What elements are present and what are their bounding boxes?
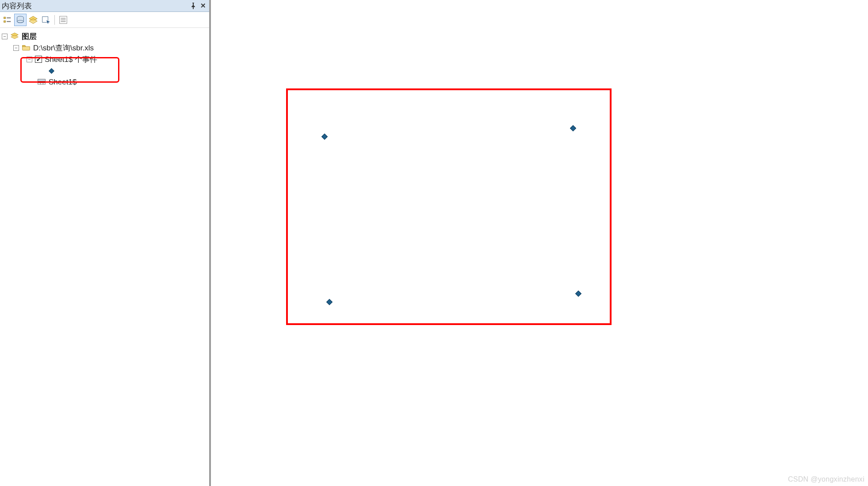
map-point[interactable] [326,299,333,305]
list-by-selection-button[interactable] [40,14,52,26]
tree-symbol-row[interactable] [2,65,207,77]
table-icon [37,78,46,87]
point-symbol-icon [49,68,54,74]
expander-icon[interactable]: − [2,34,8,39]
svg-rect-0 [4,17,6,19]
svg-rect-21 [38,79,46,81]
panel-header-controls: ✕ [190,2,206,9]
tree-table-row[interactable]: Sheet1$ [2,77,207,88]
tree-events-layer-label: Sheet1$ 个事件 [45,54,97,65]
tree-root-row[interactable]: − 图层 [2,31,207,42]
toc-panel: 内容列表 ✕ [0,0,211,486]
panel-header: 内容列表 ✕ [0,0,209,12]
tree-table-label: Sheet1$ [49,78,76,87]
toc-toolbar [0,12,209,28]
annotation-highlight-map [286,88,612,325]
tree-file-row[interactable]: − D:\sbr\查询\sbr.xls [2,42,207,54]
list-by-source-button[interactable] [14,14,27,26]
svg-rect-1 [4,20,6,22]
panel-title: 内容列表 [2,1,32,11]
tree-file-label: D:\sbr\查询\sbr.xls [33,43,94,53]
toc-tree[interactable]: − 图层 − D:\sbr\查询\sbr.xls − Sheet1$ 个事件 [0,28,209,486]
map-point[interactable] [570,125,576,131]
pin-icon[interactable] [190,2,197,9]
layers-icon [10,32,19,41]
svg-marker-15 [11,35,19,38]
toolbar-separator [54,15,55,25]
close-icon[interactable]: ✕ [199,2,206,9]
options-button[interactable] [57,14,69,26]
tree-root-label: 图层 [22,31,37,42]
watermark-text: CSDN @yongxinzhenxi [788,475,864,483]
list-by-drawing-order-button[interactable] [1,14,14,26]
list-by-visibility-button[interactable] [27,14,39,26]
expander-icon[interactable]: − [13,45,19,51]
expander-icon[interactable]: − [27,57,32,62]
tree-events-layer-row[interactable]: − Sheet1$ 个事件 [2,54,207,65]
map-point[interactable] [321,134,328,140]
folder-icon [22,43,31,53]
map-canvas[interactable]: CSDN @yongxinzhenxi [211,0,868,486]
layer-visibility-checkbox[interactable] [35,56,42,63]
map-point[interactable] [575,291,581,297]
